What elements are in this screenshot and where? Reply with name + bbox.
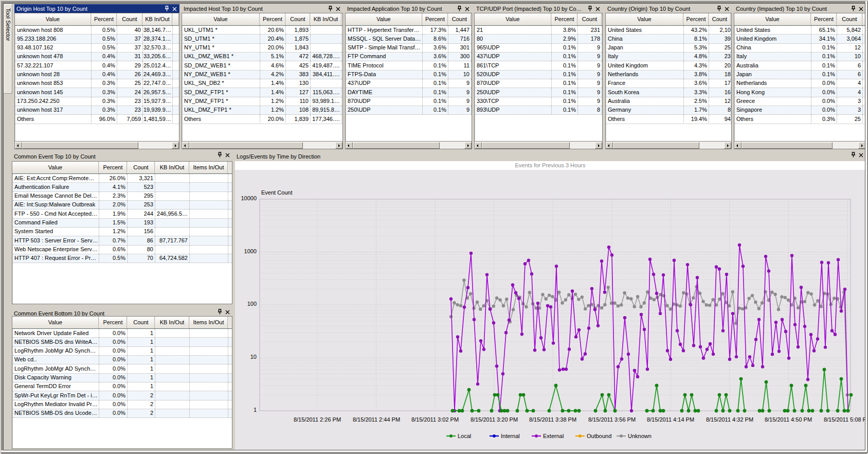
svg-text:8/15/2011 3:02 PM: 8/15/2011 3:02 PM — [411, 416, 459, 423]
svg-text:Event Count: Event Count — [261, 189, 293, 196]
svg-text:8/15/2011 3:38 PM: 8/15/2011 3:38 PM — [529, 416, 576, 423]
svg-text:8/15/2011 2:44 PM: 8/15/2011 2:44 PM — [353, 416, 400, 423]
svg-text:8/15/2011 3:20 PM: 8/15/2011 3:20 PM — [471, 416, 518, 423]
svg-text:8/15/2011 5:08 PM: 8/15/2011 5:08 PM — [824, 416, 865, 423]
svg-text:10000: 10000 — [241, 195, 257, 201]
svg-text:1: 1 — [254, 407, 257, 413]
svg-text:8/15/2011 4:32 PM: 8/15/2011 4:32 PM — [706, 416, 753, 423]
svg-text:Unknown: Unknown — [628, 433, 652, 439]
svg-text:Outbound: Outbound — [587, 433, 611, 439]
svg-text:Local: Local — [458, 433, 471, 439]
svg-text:8/15/2011 4:50 PM: 8/15/2011 4:50 PM — [765, 416, 812, 423]
svg-text:External: External — [543, 433, 564, 439]
svg-text:8/15/2011 3:56 PM: 8/15/2011 3:56 PM — [588, 416, 636, 423]
svg-text:100: 100 — [247, 301, 257, 307]
svg-text:8/15/2011 4:14 PM: 8/15/2011 4:14 PM — [647, 416, 694, 423]
svg-text:8/15/2011 2:26 PM: 8/15/2011 2:26 PM — [294, 416, 341, 423]
svg-text:Internal: Internal — [501, 433, 520, 439]
svg-text:10: 10 — [250, 354, 257, 360]
svg-text:1000: 1000 — [244, 248, 257, 254]
